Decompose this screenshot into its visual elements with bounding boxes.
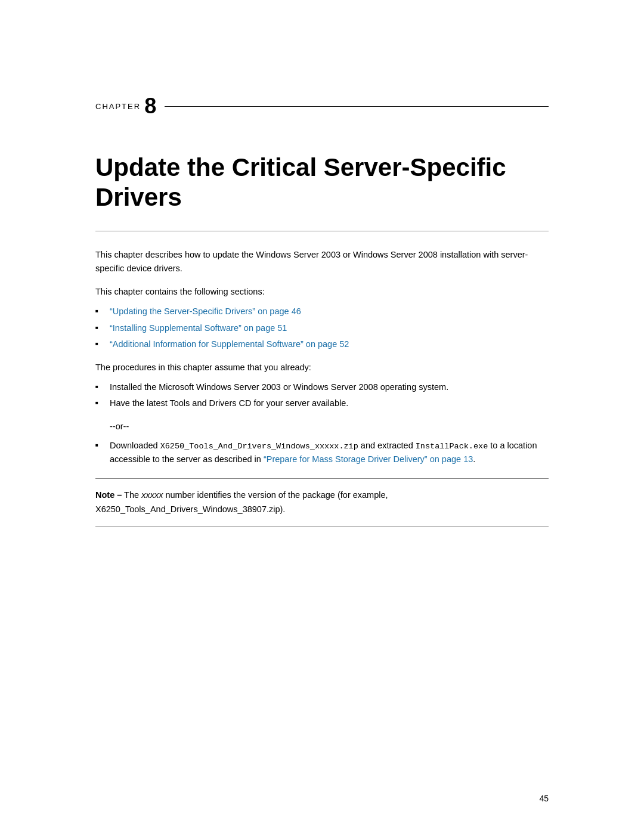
tools-text: Have the latest Tools and Drivers CD for…	[110, 398, 348, 408]
list-item-installed: Installed the Microsoft Windows Server 2…	[95, 380, 549, 394]
procedures-list: Installed the Microsoft Windows Server 2…	[95, 380, 549, 410]
list-item-tools: Have the latest Tools and Drivers CD for…	[95, 397, 549, 410]
chapter-number: 8	[144, 95, 156, 117]
section-divider	[95, 231, 549, 231]
or-text: --or--	[110, 420, 549, 433]
sections-intro: This chapter contains the following sect…	[95, 285, 549, 299]
link-prepare-mass-storage[interactable]: “Prepare for Mass Storage Driver Deliver…	[264, 454, 473, 464]
link-installing-supplemental[interactable]: “Installing Supplemental Software” on pa…	[110, 323, 287, 333]
link-additional-info[interactable]: “Additional Information for Supplemental…	[110, 339, 349, 349]
download-link-end: .	[473, 454, 475, 464]
download-start: Downloaded	[110, 441, 160, 450]
note-text-start: The	[124, 490, 141, 500]
intro-description: This chapter describes how to update the…	[95, 248, 549, 275]
chapter-label: CHAPTER	[95, 102, 141, 111]
note-label: Note –	[95, 490, 122, 500]
download-code1: X6250_Tools_And_Drivers_Windows_xxxxx.zi…	[160, 442, 358, 451]
content-area: CHAPTER 8 Update the Critical Server-Spe…	[0, 0, 644, 574]
chapter-title: Update the Critical Server-Specific Driv…	[95, 153, 549, 213]
links-list: “Updating the Server-Specific Drivers” o…	[95, 305, 549, 351]
procedures-intro: The procedures in this chapter assume th…	[95, 361, 549, 374]
list-item-downloaded: Downloaded X6250_Tools_And_Drivers_Windo…	[95, 439, 549, 467]
installed-text: Installed the Microsoft Windows Server 2…	[110, 382, 448, 392]
note-italic: xxxxx	[141, 490, 163, 500]
page-number: 45	[539, 794, 549, 803]
download-middle: and extracted	[358, 441, 416, 450]
chapter-header-line	[165, 106, 549, 107]
note-text: Note – The xxxxx number identifies the v…	[95, 488, 549, 516]
list-item: “Additional Information for Supplemental…	[95, 337, 549, 351]
download-code2: InstallPack.exe	[416, 442, 488, 451]
page: CHAPTER 8 Update the Critical Server-Spe…	[0, 0, 644, 833]
downloaded-list: Downloaded X6250_Tools_And_Drivers_Windo…	[95, 439, 549, 467]
chapter-header: CHAPTER 8	[95, 95, 549, 117]
note-box: Note – The xxxxx number identifies the v…	[95, 478, 549, 526]
link-updating-drivers[interactable]: “Updating the Server-Specific Drivers” o…	[110, 306, 301, 316]
list-item: “Updating the Server-Specific Drivers” o…	[95, 305, 549, 318]
list-item: “Installing Supplemental Software” on pa…	[95, 321, 549, 335]
